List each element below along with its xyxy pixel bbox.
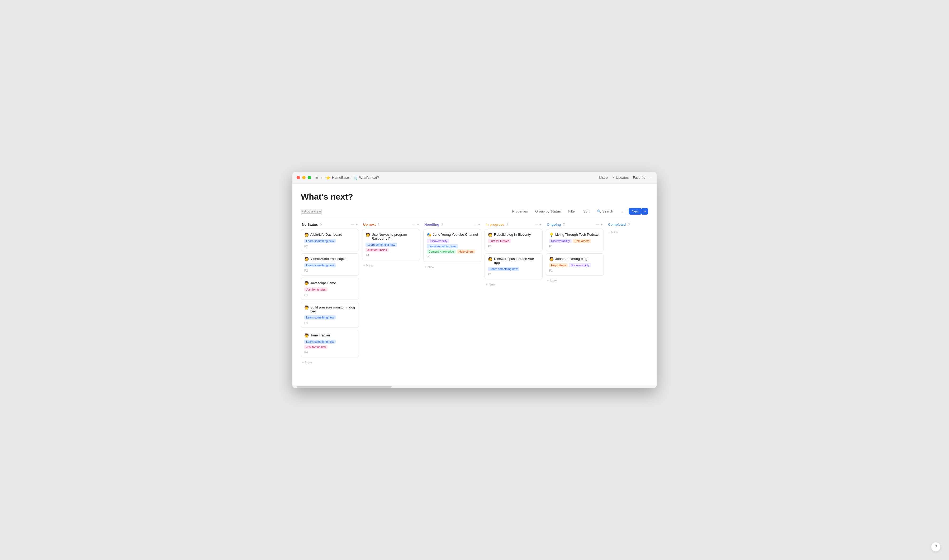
column-title-ongoing: Ongoing (547, 223, 561, 226)
close-button[interactable] (296, 176, 300, 179)
tag: Learn something new (304, 340, 336, 344)
add-new-button-up-next[interactable]: + New (362, 262, 420, 268)
card-priority: P1 (549, 245, 600, 248)
tag: Just for funsies (488, 239, 511, 243)
main-content: What's next? + Add a view Properties Gro… (292, 183, 657, 385)
add-icon: + (363, 263, 365, 267)
card-priority: P1 (488, 272, 539, 276)
sort-button[interactable]: Sort (581, 208, 592, 214)
menu-icon[interactable]: ≡ (315, 175, 318, 180)
card-priority: P4 (304, 351, 355, 354)
card-card-4[interactable]: 🧑 Build pressure monitor in dog bed Lear… (301, 302, 359, 328)
card-priority: P1 (488, 245, 539, 248)
card-tags: DiscoverabilityHelp others (549, 239, 600, 243)
card-card-5[interactable]: 🧑 Time Tracker Learn something newJust f… (301, 330, 359, 357)
column-header-up-next: Up next 1 ··· + (362, 222, 420, 226)
add-label: New (366, 263, 373, 267)
card-card-2[interactable]: 🧑 Video/Audio transcription Learn someth… (301, 253, 359, 275)
column-actions-in-progress: ··· + (535, 222, 542, 226)
column-more-in-progress[interactable]: ··· (535, 222, 538, 226)
scrollbar-thumb[interactable] (296, 386, 392, 388)
updates-check-icon: ✓ (612, 175, 615, 180)
card-card-11[interactable]: 🧑 Jonathan Yeong blog Help othersDiscove… (546, 253, 604, 275)
add-new-button-no-status[interactable]: + New (301, 359, 359, 365)
card-tags: Learn something new (304, 315, 355, 320)
column-count-completed: 0 (628, 223, 630, 226)
column-more-up-next[interactable]: ··· (412, 222, 415, 226)
card-title: 🧑 Build pressure monitor in dog bed (304, 305, 355, 313)
column-count-no-status: 5 (320, 223, 322, 226)
breadcrumb-page[interactable]: What's next? (359, 175, 379, 180)
group-by-button[interactable]: Group by Status (533, 208, 563, 214)
properties-button[interactable]: Properties (510, 208, 530, 214)
minimize-button[interactable] (302, 176, 306, 179)
search-icon: 🔍 (597, 209, 601, 213)
column-count-noodling: 1 (441, 223, 443, 226)
card-card-6[interactable]: 🧑 Use Nerves to program Raspberry Pi Lea… (362, 229, 420, 260)
column-ongoing: Ongoing 2 ··· + 💡 Living Through Tech Po… (546, 222, 604, 380)
add-label: New (305, 360, 312, 365)
help-button[interactable]: ? (931, 542, 941, 552)
add-view-button[interactable]: + Add a view (301, 209, 321, 214)
column-actions-ongoing: ··· + (596, 222, 603, 226)
titlebar-nav: ≡ ‹ › (315, 175, 326, 180)
card-title: 🧑 Video/Audio transcription (304, 257, 355, 261)
column-add-noodling[interactable]: + (478, 222, 480, 226)
column-more-no-status[interactable]: ··· (351, 222, 354, 226)
add-new-button-in-progress[interactable]: + New (485, 281, 543, 288)
column-add-up-next[interactable]: + (417, 222, 419, 226)
add-new-button-noodling[interactable]: + New (423, 264, 481, 270)
card-card-8[interactable]: 🧑 Rebuild blog in Eleventy Just for funs… (485, 229, 543, 251)
favorite-button[interactable]: Favorite (633, 175, 645, 180)
card-priority: P2 (304, 269, 355, 272)
new-button-group: New ▾ (629, 208, 648, 215)
card-card-9[interactable]: 🧑 Diceware passphrase Vue app Learn some… (485, 253, 543, 279)
tag: Learn something new (366, 243, 397, 247)
column-header-ongoing: Ongoing 2 ··· + (546, 222, 604, 226)
group-by-value: Status (550, 209, 561, 213)
column-add-no-status[interactable]: + (356, 222, 358, 226)
column-more-noodling[interactable]: ··· (474, 222, 477, 226)
toolbar-right: Properties Group by Status Filter Sort 🔍… (510, 208, 648, 215)
back-button[interactable]: ‹ (321, 175, 322, 180)
card-title: 🧑 Jonathan Yeong blog (549, 257, 600, 261)
more-options-button[interactable]: ··· (650, 175, 653, 180)
card-card-10[interactable]: 💡 Living Through Tech Podcast Discoverab… (546, 229, 604, 251)
more-toolbar-button[interactable]: ··· (618, 208, 625, 214)
scrollbar-area[interactable] (292, 385, 657, 388)
search-label: Search (602, 209, 613, 213)
add-icon: + (302, 360, 304, 365)
add-label: New (427, 265, 434, 269)
card-card-1[interactable]: 🧑 Albie/Life Dashboard Learn something n… (301, 229, 359, 251)
tag: Learn something new (304, 263, 336, 267)
breadcrumb-home[interactable]: HomeBase (332, 175, 349, 180)
tag: Help others (572, 239, 591, 243)
card-tags: Just for funsies (488, 239, 539, 243)
card-card-7[interactable]: 🎭 Jono Yeong Youtube Channel Discoverabi… (423, 229, 481, 262)
tag: Learn something new (304, 239, 336, 243)
column-add-in-progress[interactable]: + (539, 222, 542, 226)
column-up-next: Up next 1 ··· + 🧑 Use Nerves to program … (362, 222, 420, 380)
new-button[interactable]: New (629, 208, 642, 215)
updates-button[interactable]: ✓ Updates (612, 175, 629, 180)
new-button-dropdown[interactable]: ▾ (642, 208, 648, 215)
add-new-button-ongoing[interactable]: + New (546, 278, 604, 284)
share-button[interactable]: Share (599, 175, 608, 180)
column-add-ongoing[interactable]: + (601, 222, 603, 226)
card-icon: 🧑 (488, 232, 492, 237)
search-button[interactable]: 🔍 Search (595, 208, 615, 214)
card-card-3[interactable]: 🧑 Javascript Game Just for funsies P4 (301, 278, 359, 300)
tag: Just for funsies (304, 288, 327, 292)
add-new-button-completed[interactable]: + New (607, 229, 648, 235)
card-title-text: Jonathan Yeong blog (555, 257, 587, 261)
filter-button[interactable]: Filter (566, 208, 578, 214)
card-icon: 🧑 (304, 257, 309, 261)
properties-label: Properties (512, 209, 528, 213)
card-icon: 🎭 (427, 232, 431, 237)
tag: Help others (549, 263, 568, 267)
kanban-board: No Status 5 ··· + 🧑 Albie/Life Dashboard… (301, 222, 648, 385)
maximize-button[interactable] (308, 176, 311, 179)
column-more-ongoing[interactable]: ··· (596, 222, 599, 226)
add-label: New (611, 230, 618, 234)
filter-label: Filter (568, 209, 576, 213)
